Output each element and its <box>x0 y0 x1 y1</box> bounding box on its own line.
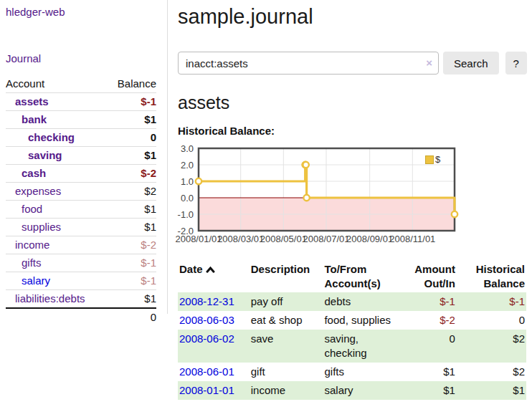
svg-text:0.0: 0.0 <box>181 193 194 203</box>
search-input[interactable] <box>178 52 439 75</box>
account-link-saving[interactable]: saving <box>28 149 62 161</box>
accounts-header-row: Account Balance <box>6 75 156 93</box>
account-row: checking 0 <box>6 129 156 147</box>
account-balance: $1 <box>107 147 156 165</box>
svg-text:2008/01/01: 2008/01/01 <box>175 234 222 244</box>
register-row: 2008-01-01 income salary $1 $1 <box>178 381 526 400</box>
account-balance: $-1 <box>107 272 156 290</box>
account-link-liabilities-debts[interactable]: liabilities:debts <box>15 292 85 305</box>
account-link-gifts[interactable]: gifts <box>22 257 42 269</box>
search-row: × Search ? <box>178 52 529 75</box>
page-title: sample.journal <box>178 4 529 29</box>
account-row: saving $1 <box>6 147 156 165</box>
transaction-date-link[interactable]: 2008-12-31 <box>179 295 234 307</box>
account-row: assets $-1 <box>6 93 156 111</box>
svg-text:2008/09/01: 2008/09/01 <box>346 234 393 244</box>
svg-text:2008/11/01: 2008/11/01 <box>389 234 435 244</box>
account-balance: $-2 <box>107 236 156 254</box>
transaction-accounts: debts <box>318 292 409 311</box>
legend-swatch <box>425 155 434 164</box>
svg-text:-1.0: -1.0 <box>178 209 194 220</box>
account-link-bank[interactable]: bank <box>22 113 47 125</box>
transaction-balance: $1 <box>461 381 526 400</box>
account-link-food[interactable]: food <box>22 203 42 215</box>
svg-text:2008/03/01: 2008/03/01 <box>217 234 264 244</box>
account-heading: assets <box>178 92 529 113</box>
transaction-amount: $1 <box>409 381 461 400</box>
account-balance: $1 <box>107 290 156 309</box>
accounts-total-value: 0 <box>107 308 156 326</box>
historical-balance-chart: 3.02.01.00.0-1.0-2.02008/01/012008/03/01… <box>171 142 465 248</box>
account-balance: $1 <box>107 219 156 236</box>
hledger-web-page: hledger-web Journal Account Balance asse… <box>0 0 532 417</box>
account-link-income[interactable]: income <box>15 239 49 251</box>
chart-heading: Historical Balance: <box>178 125 529 138</box>
transaction-balance: 0 <box>461 311 526 330</box>
account-balance: 0 <box>107 129 156 147</box>
legend-label: $ <box>435 154 440 165</box>
search-box: × <box>178 52 439 75</box>
register-col-description: Description <box>245 261 319 292</box>
account-row: salary $-1 <box>6 272 156 290</box>
transaction-amount: $-2 <box>409 311 461 330</box>
help-button[interactable]: ? <box>505 52 527 75</box>
account-balance: $1 <box>107 201 156 219</box>
register-col-balance: Historical Balance <box>461 261 526 292</box>
svg-text:2008/05/01: 2008/05/01 <box>260 234 307 244</box>
accounts-total-row: 0 <box>6 308 156 326</box>
svg-text:2008/07/01: 2008/07/01 <box>303 234 349 244</box>
register-row: 2008-12-31 pay off debts $-1 $-1 <box>178 292 526 311</box>
register-table: Date Description To/From Account(s) Amou… <box>178 261 526 400</box>
accounts-col-balance: Balance <box>107 75 156 93</box>
account-row: income $-2 <box>6 236 156 254</box>
account-balance: $2 <box>107 183 156 201</box>
transaction-accounts: salary <box>318 381 409 400</box>
svg-text:3.0: 3.0 <box>181 143 194 154</box>
transaction-description: gift <box>245 363 319 381</box>
chart-legend: $ <box>425 154 440 165</box>
register-row: 2008-06-02 save saving, checking 0 $2 <box>178 330 526 363</box>
account-link-checking[interactable]: checking <box>28 131 75 143</box>
account-row: food $1 <box>6 201 156 219</box>
transaction-date-link[interactable]: 2008-06-02 <box>179 332 234 345</box>
account-link-salary[interactable]: salary <box>22 274 50 287</box>
transaction-date-link[interactable]: 2008-06-03 <box>179 314 234 326</box>
clear-search-icon[interactable]: × <box>426 57 432 70</box>
transaction-accounts: gifts <box>318 363 409 381</box>
account-link-cash[interactable]: cash <box>22 167 46 179</box>
account-link-supplies[interactable]: supplies <box>22 221 61 233</box>
register-header-row: Date Description To/From Account(s) Amou… <box>178 261 526 292</box>
transaction-amount: $1 <box>409 363 461 381</box>
sort-ascending-icon <box>206 263 215 277</box>
transaction-accounts: saving, checking <box>318 330 409 363</box>
sidebar-divider <box>167 0 168 314</box>
register-row: 2008-06-01 gift gifts $1 $2 <box>178 363 526 381</box>
transaction-balance: $2 <box>461 330 526 363</box>
transaction-description: save <box>245 330 319 363</box>
register-col-amount: Amount Out/In <box>409 261 461 292</box>
svg-text:1.0: 1.0 <box>181 176 194 187</box>
account-balance: $-1 <box>107 93 156 111</box>
main-panel: sample.journal × Search ? assets Histori… <box>176 0 529 400</box>
register-col-date-label: Date <box>179 263 203 275</box>
account-row: bank $1 <box>6 111 156 129</box>
account-balance: $-1 <box>107 254 156 272</box>
sidebar: hledger-web Journal Account Balance asse… <box>6 6 157 326</box>
transaction-amount: 0 <box>409 330 461 363</box>
register-col-date[interactable]: Date <box>178 261 245 292</box>
account-link-assets[interactable]: assets <box>15 95 49 107</box>
app-title-link[interactable]: hledger-web <box>6 6 157 19</box>
transaction-date-link[interactable]: 2008-01-01 <box>179 384 234 396</box>
account-link-expenses[interactable]: expenses <box>15 185 61 197</box>
accounts-col-account: Account <box>6 75 107 93</box>
account-row: expenses $2 <box>6 183 156 201</box>
sidebar-item-journal[interactable]: Journal <box>6 52 157 65</box>
account-row: gifts $-1 <box>6 254 156 272</box>
search-button[interactable]: Search <box>443 52 499 75</box>
account-row: liabilities:debts $1 <box>6 290 156 309</box>
transaction-description: income <box>245 381 319 400</box>
account-balance: $-2 <box>107 165 156 183</box>
register-col-accounts: To/From Account(s) <box>318 261 409 292</box>
transaction-date-link[interactable]: 2008-06-01 <box>179 365 234 378</box>
transaction-amount: $-1 <box>409 292 461 311</box>
